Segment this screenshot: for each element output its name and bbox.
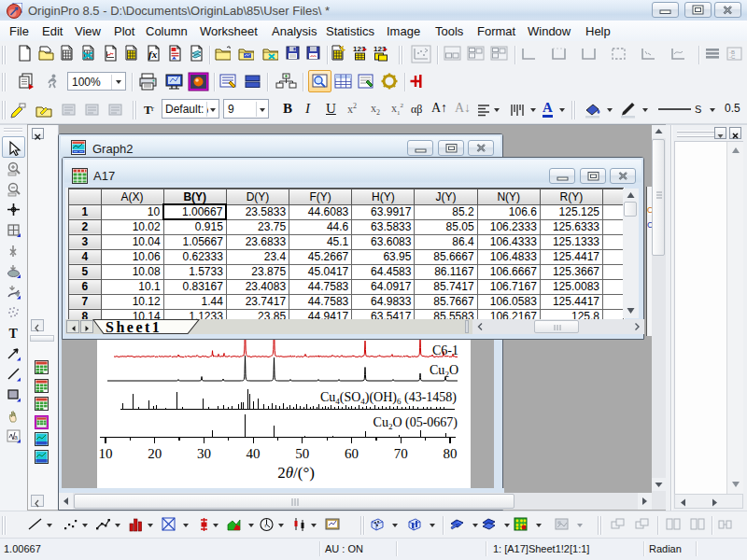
svg-text:40: 40 (247, 446, 261, 461)
svg-text:-C: -C (729, 54, 736, 60)
svg-text:fx: fx (148, 49, 158, 60)
svg-text:r: r (265, 523, 267, 528)
svg-text:T: T (9, 327, 19, 341)
svg-text:S: S (695, 104, 701, 115)
svg-text:80: 80 (443, 446, 457, 461)
svg-text:30: 30 (197, 446, 211, 461)
svg-text:C6-1: C6-1 (432, 343, 458, 357)
svg-text:a: a (14, 434, 18, 441)
svg-text:60: 60 (345, 446, 359, 461)
svg-text:Cu2O: Cu2O (430, 363, 458, 379)
svg-text:Cu2O (05-0667): Cu2O (05-0667) (374, 415, 458, 431)
svg-text:20: 20 (148, 446, 162, 461)
svg-text:50: 50 (295, 446, 309, 461)
svg-text:2θ/(°): 2θ/(°) (277, 464, 315, 482)
svg-text:10: 10 (99, 446, 113, 461)
svg-text:r: r (151, 104, 154, 113)
svg-text:70: 70 (394, 446, 408, 461)
svg-text:Cu4(SO4)(OH)6 (43-1458): Cu4(SO4)(OH)6 (43-1458) (320, 390, 457, 406)
